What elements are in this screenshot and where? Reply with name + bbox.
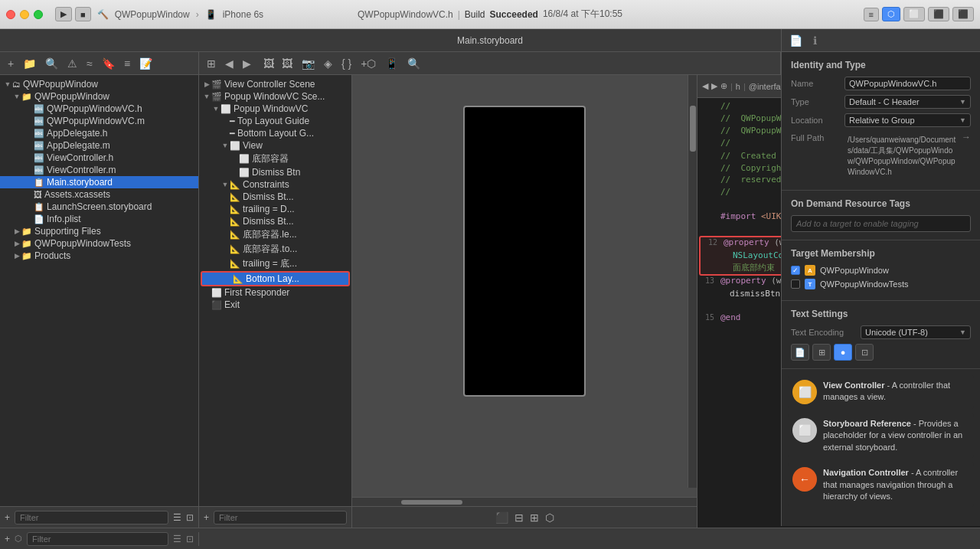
- grid-icon[interactable]: ⊞: [204, 56, 219, 71]
- tree-group-1[interactable]: ▼ 📁 QWPopupWindow: [0, 90, 198, 103]
- tree-supporting-files[interactable]: ▶ 📁 Supporting Files: [0, 225, 198, 237]
- nav-bottom-icon[interactable]: ⬡: [15, 534, 22, 544]
- scene-bottom-layout-g[interactable]: ━ Bottom Layout G...: [199, 127, 351, 139]
- add-nav-item[interactable]: +: [5, 534, 10, 544]
- type-dropdown[interactable]: Default - C Header ▼: [844, 95, 971, 109]
- scene-bottom-layout[interactable]: 📐 Bottom Lay...: [201, 271, 350, 286]
- match-icon-bottom[interactable]: ⊡: [186, 534, 194, 544]
- scene-constraints[interactable]: ▼ 📐 Constraints: [199, 178, 351, 191]
- encoding-dropdown[interactable]: Unicode (UTF-8) ▼: [861, 325, 971, 339]
- code-nav-fwd[interactable]: ▶: [711, 81, 717, 91]
- minimize-button[interactable]: [20, 10, 29, 19]
- canvas-control-4[interactable]: ⬡: [545, 511, 554, 524]
- scene-view-controller[interactable]: ▶ 🎬 View Controller Scene: [199, 78, 351, 90]
- layout-split[interactable]: ⬛: [928, 7, 949, 21]
- canvas-hscroll[interactable]: [352, 497, 697, 506]
- tree-file-3[interactable]: 🔤 AppDelegate.h: [0, 127, 198, 139]
- tree-file-assets[interactable]: 🖼 Assets.xcassets: [0, 188, 198, 201]
- layers-icon[interactable]: ◈: [321, 56, 335, 71]
- bot-nav-icon[interactable]: 📱: [382, 56, 401, 71]
- bottom-filter-input[interactable]: [27, 532, 168, 546]
- canvas-vscroll[interactable]: [688, 75, 697, 488]
- filter-mode-icon[interactable]: ☰: [173, 512, 181, 523]
- code-nav-back[interactable]: ◀: [702, 81, 708, 91]
- scene-exit[interactable]: ⬛ Exit: [199, 299, 351, 311]
- scene-trailing[interactable]: 📐 trailing = 底...: [199, 257, 351, 271]
- nav-fwd-icon[interactable]: ▶: [240, 56, 254, 71]
- scene-c4[interactable]: 📐 底部容器.le...: [199, 227, 351, 242]
- nav-filter-input[interactable]: [15, 511, 168, 524]
- scene-c5[interactable]: 📐 底部容器.to...: [199, 242, 351, 257]
- share-button[interactable]: ⬡: [882, 7, 900, 21]
- hamburger-button[interactable]: ≡: [864, 8, 879, 21]
- scene-popup[interactable]: ▼ 🎬 Popup WindowVC Sce...: [199, 90, 351, 103]
- tree-file-5[interactable]: 🔤 ViewController.h: [0, 152, 198, 164]
- nav-back-icon[interactable]: ◀: [222, 56, 237, 71]
- canvas-control-1[interactable]: ⬛: [495, 511, 508, 524]
- tree-file-2[interactable]: 🔤 QWPopupWindowVC.m: [0, 115, 198, 127]
- scene-c2[interactable]: 📐 trailing = D...: [199, 203, 351, 215]
- layout-single[interactable]: ⬜: [903, 7, 925, 21]
- scene-view[interactable]: ▼ ⬜ View: [199, 139, 351, 152]
- scene-c3[interactable]: 📐 Dismiss Bt...: [199, 215, 351, 227]
- membership-checkbox-1[interactable]: ✓: [791, 266, 800, 275]
- tree-file-plist[interactable]: 📄 Info.plist: [0, 213, 198, 225]
- plus-media-icon[interactable]: +⬡: [358, 56, 379, 71]
- bookmark-icon[interactable]: 🔖: [99, 56, 118, 71]
- scene-popup-vc[interactable]: ▼ ⬜ Popup WindowVC: [199, 103, 351, 115]
- reveal-in-finder-icon[interactable]: →: [962, 132, 971, 142]
- scene-dismiss-btn[interactable]: ⬜ Dismiss Btn: [199, 166, 351, 178]
- tree-file-launch[interactable]: 📋 LaunchScreen.storyboard: [0, 201, 198, 213]
- tree-root[interactable]: ▼ 🗂 QWPopupWindow: [0, 78, 198, 90]
- maximize-button[interactable]: [34, 10, 43, 19]
- canvas-control-2[interactable]: ⊟: [514, 511, 524, 524]
- format-icon-3[interactable]: ●: [834, 344, 852, 361]
- zoom-icon[interactable]: 🔍: [404, 56, 423, 71]
- tree-file-1[interactable]: 🔤 QWPopupWindowVC.h: [0, 103, 198, 115]
- tree-file-6[interactable]: 🔤 ViewController.m: [0, 164, 198, 176]
- format-icon-1[interactable]: 📄: [791, 344, 809, 361]
- note-icon[interactable]: 📝: [136, 56, 155, 71]
- ondemand-input[interactable]: Add to a target to enable tagging: [791, 215, 971, 232]
- code-icon[interactable]: { }: [338, 56, 354, 71]
- list-icon[interactable]: ≡: [121, 56, 133, 71]
- tree-file-storyboard[interactable]: 📋 Main.storyboard: [0, 176, 198, 188]
- add-file-icon[interactable]: +: [5, 56, 17, 71]
- add-button[interactable]: +: [5, 512, 10, 523]
- portrait-icon[interactable]: 🖼: [260, 56, 277, 71]
- tree-file-4[interactable]: 🔤 AppDelegate.m: [0, 139, 198, 152]
- tab-main-storyboard[interactable]: Main.storyboard: [457, 35, 523, 46]
- scene-top-layout[interactable]: ━ Top Layout Guide: [199, 115, 351, 127]
- format-icon-4[interactable]: ⊡: [855, 344, 874, 361]
- layout-triple[interactable]: ⬛: [952, 7, 974, 21]
- tree-tests[interactable]: ▶ 📁 QWPopupWindowTests: [0, 237, 198, 250]
- filter-icon-bottom[interactable]: ☰: [173, 534, 181, 544]
- search-icon[interactable]: 🔍: [42, 56, 61, 71]
- warning-icon[interactable]: ⚠: [64, 56, 80, 71]
- phone-mockup: [463, 106, 586, 397]
- scene-add-button[interactable]: +: [204, 512, 209, 523]
- inspector-tab-file[interactable]: 📄: [786, 33, 805, 48]
- canvas-control-3[interactable]: ⊞: [530, 511, 539, 524]
- landscape-icon[interactable]: 🖼: [279, 56, 296, 71]
- stop-button[interactable]: ■: [75, 7, 91, 21]
- scene-bottom-container[interactable]: ⬜ 底部容器: [199, 152, 351, 166]
- scene-c1[interactable]: 📐 Dismiss Bt...: [199, 191, 351, 203]
- filter-match-icon[interactable]: ⊡: [186, 512, 194, 523]
- scene-filter-input[interactable]: [214, 511, 347, 524]
- related-items-icon[interactable]: ⊕: [720, 81, 727, 91]
- filter-icon[interactable]: ≈: [83, 56, 96, 71]
- close-button[interactable]: [6, 10, 15, 19]
- name-value[interactable]: QWPopupWindowVC.h: [844, 77, 971, 90]
- tree-products[interactable]: ▶ 📁 Products: [0, 250, 198, 262]
- history-icon[interactable]: h: [736, 82, 740, 91]
- location-dropdown[interactable]: Relative to Group ▼: [844, 113, 971, 127]
- run-button[interactable]: ▶: [55, 7, 72, 21]
- inspector-tab-quick[interactable]: ℹ: [810, 33, 820, 48]
- folder-icon[interactable]: 📁: [20, 56, 39, 71]
- membership-checkbox-2[interactable]: [791, 279, 800, 289]
- scene-first-responder[interactable]: ⬜ First Responder: [199, 286, 351, 299]
- media-icon[interactable]: 📷: [299, 56, 318, 71]
- encoding-value: Unicode (UTF-8): [865, 328, 928, 337]
- format-icon-2[interactable]: ⊞: [812, 344, 831, 361]
